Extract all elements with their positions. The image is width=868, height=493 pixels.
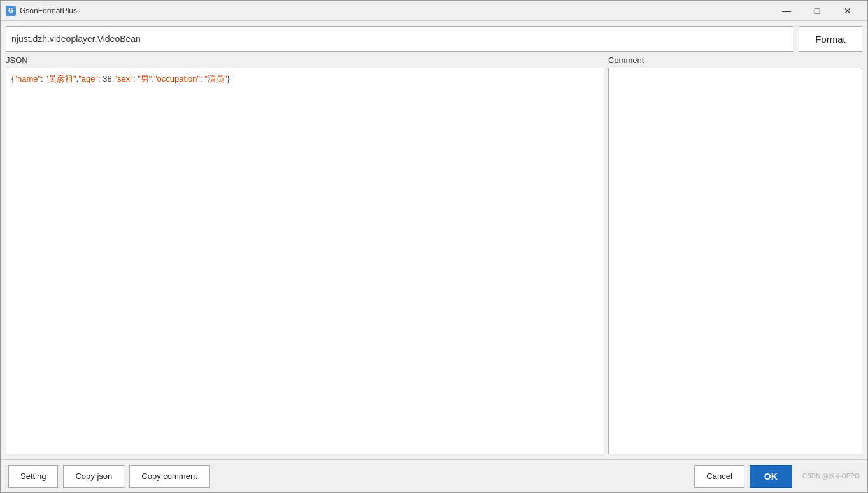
main-window: G GsonFormatPlus — □ ✕ Format JSON {"nam…	[0, 0, 868, 493]
setting-button[interactable]: Setting	[8, 465, 58, 488]
maximize-button[interactable]: □	[802, 2, 832, 20]
minimize-button[interactable]: —	[772, 2, 801, 20]
ok-button[interactable]: OK	[750, 465, 792, 488]
copy-json-button[interactable]: Copy json	[63, 465, 124, 488]
close-button[interactable]: ✕	[833, 2, 862, 20]
format-button[interactable]: Format	[799, 26, 862, 52]
json-panel: JSON {"name": "吴彦祖","age": 38,"sex": "男"…	[6, 55, 604, 454]
copy-comment-button[interactable]: Copy comment	[129, 465, 209, 488]
bottom-right-buttons: Cancel OK CSDN @派牛OPPO	[694, 465, 860, 488]
comment-panel-label: Comment	[608, 55, 862, 65]
bottom-left-buttons: Setting Copy json Copy comment	[8, 465, 694, 488]
json-panel-label: JSON	[6, 55, 604, 65]
app-icon-label: G	[8, 7, 13, 14]
window-title: GsonFormatPlus	[20, 6, 772, 15]
class-input-row: Format	[6, 26, 862, 52]
watermark-label: CSDN @派牛OPPO	[802, 472, 860, 481]
bottom-bar: Setting Copy json Copy comment Cancel OK…	[1, 459, 867, 492]
comment-panel: Comment	[608, 55, 862, 454]
comment-editor[interactable]	[608, 68, 862, 454]
cancel-button[interactable]: Cancel	[694, 465, 744, 488]
app-icon: G	[6, 6, 16, 16]
panels-row: JSON {"name": "吴彦祖","age": 38,"sex": "男"…	[6, 55, 862, 454]
main-content: Format JSON {"name": "吴彦祖","age": 38,"se…	[1, 21, 867, 459]
json-editor[interactable]: {"name": "吴彦祖","age": 38,"sex": "男","occ…	[6, 68, 604, 454]
class-name-input[interactable]	[6, 26, 793, 52]
window-controls: — □ ✕	[772, 2, 862, 20]
title-bar: G GsonFormatPlus — □ ✕	[1, 1, 867, 21]
